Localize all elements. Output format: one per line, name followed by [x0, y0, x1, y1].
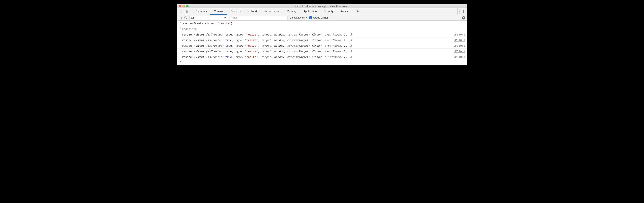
svg-point-4 [463, 11, 464, 12]
row-gutter [178, 49, 182, 50]
tab-console[interactable]: Console [210, 8, 227, 15]
expand-object-icon[interactable] [194, 34, 195, 36]
message-source-link[interactable]: VM310:1 [452, 55, 465, 59]
console-event-row[interactable]: resize Event {isTrusted: true, type: "re… [177, 54, 467, 60]
tab-application[interactable]: Application [300, 8, 320, 15]
group-similar-checkbox[interactable]: Group similar [309, 16, 328, 19]
message-source-link[interactable]: VM310:1 [452, 49, 465, 53]
group-similar-label: Group similar [313, 16, 328, 19]
minimize-window-button[interactable] [182, 5, 185, 7]
expand-object-icon[interactable] [194, 45, 195, 47]
console-input-code: monitorEvents(window, "resize"); [182, 22, 465, 25]
device-toolbar-icon[interactable] [186, 10, 189, 13]
close-window-button[interactable] [178, 5, 181, 7]
log-level-dropdown[interactable]: Default levels [290, 16, 307, 19]
more-menu-icon[interactable] [462, 10, 465, 13]
message-source-link[interactable]: VM310:1 [452, 44, 465, 48]
console-toolbar: top Default levels Group similar [177, 15, 467, 21]
tabbar-left-tools [177, 8, 192, 15]
console-return-value: undefined [182, 27, 465, 31]
svg-point-3 [463, 10, 464, 11]
tab-elements[interactable]: Elements [192, 8, 210, 15]
expand-object-icon[interactable] [194, 39, 195, 41]
console-messages: monitorEvents(window, "resize"); undefin… [177, 21, 467, 65]
console-filter-input[interactable] [230, 16, 288, 20]
svg-rect-2 [188, 11, 189, 13]
tabbar-right-tools [457, 8, 467, 15]
log-level-label: Default levels [290, 16, 305, 19]
traffic-lights [178, 5, 188, 7]
execution-context-dropdown[interactable]: top [189, 16, 228, 20]
tab-memory[interactable]: Memory [284, 8, 300, 15]
expand-object-icon[interactable] [194, 56, 195, 58]
console-return-row: undefined [177, 26, 467, 32]
tab-sources[interactable]: Sources [227, 8, 244, 15]
console-event-message: resize Event {isTrusted: true, type: "re… [182, 38, 452, 42]
console-active-input[interactable] [182, 61, 465, 64]
devtools-tabbar: ElementsConsoleSourcesNetworkPerformance… [177, 8, 467, 15]
row-gutter [178, 44, 182, 44]
tab-performance[interactable]: Performance [261, 8, 283, 15]
console-active-prompt-row[interactable] [177, 60, 467, 65]
devtools-window: DevTools - developers.google.com/web/sho… [177, 4, 467, 65]
message-source-link[interactable]: VM310:1 [452, 33, 465, 37]
group-similar-input[interactable] [309, 17, 312, 19]
inspect-element-icon[interactable] [180, 10, 183, 13]
execution-context-label: top [191, 16, 194, 19]
tab-network[interactable]: Network [244, 8, 261, 15]
console-event-row[interactable]: resize Event {isTrusted: true, type: "re… [177, 49, 467, 54]
svg-point-5 [463, 12, 464, 13]
console-event-row[interactable]: resize Event {isTrusted: true, type: "re… [177, 32, 467, 38]
message-source-link[interactable]: VM310:1 [452, 38, 465, 42]
show-console-sidebar-icon[interactable] [178, 16, 182, 20]
row-gutter [178, 33, 182, 33]
dropdown-caret-icon [306, 17, 307, 18]
panel-tabs: ElementsConsoleSourcesNetworkPerformance… [192, 8, 363, 15]
dropdown-caret-icon [224, 17, 226, 18]
return-arrow-icon [178, 27, 182, 29]
window-title: DevTools - developers.google.com/web/sho… [177, 5, 467, 8]
svg-point-8 [180, 28, 180, 28]
tab-axe[interactable]: aXe [351, 8, 363, 15]
console-event-message: resize Event {isTrusted: true, type: "re… [182, 33, 452, 37]
tab-security[interactable]: Security [320, 8, 337, 15]
console-event-row[interactable]: resize Event {isTrusted: true, type: "re… [177, 38, 467, 43]
zoom-window-button[interactable] [186, 5, 188, 7]
expand-object-icon[interactable] [194, 51, 195, 53]
console-event-message: resize Event {isTrusted: true, type: "re… [182, 44, 452, 48]
divider [460, 10, 460, 14]
active-prompt-icon [178, 61, 182, 63]
input-prompt-icon [178, 22, 182, 24]
console-input-row: monitorEvents(window, "resize"); [177, 21, 467, 26]
clear-console-icon[interactable] [184, 16, 188, 20]
console-settings-icon[interactable] [462, 16, 466, 20]
console-event-row[interactable]: resize Event {isTrusted: true, type: "re… [177, 43, 467, 49]
console-event-message: resize Event {isTrusted: true, type: "re… [182, 49, 452, 53]
window-titlebar: DevTools - developers.google.com/web/sho… [177, 4, 467, 8]
console-event-message: resize Event {isTrusted: true, type: "re… [182, 55, 452, 59]
console-toolbar-left [178, 16, 188, 20]
tab-audits[interactable]: Audits [337, 8, 351, 15]
